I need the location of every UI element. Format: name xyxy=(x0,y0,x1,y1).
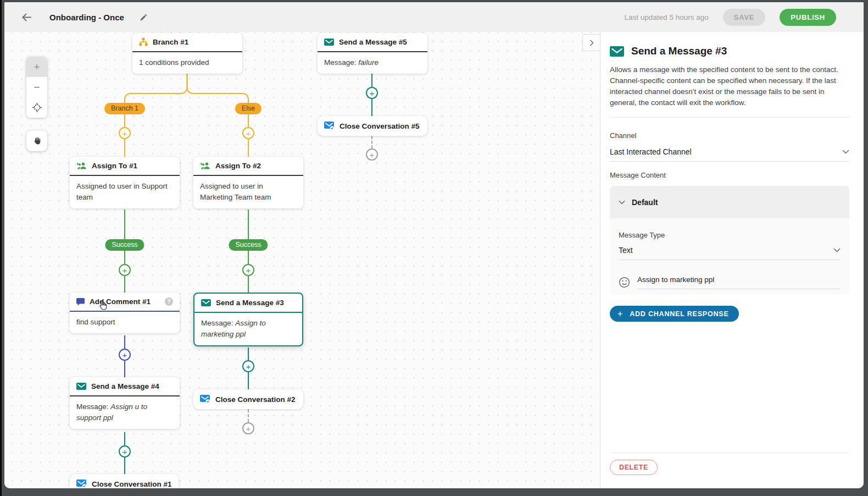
add-channel-response-button[interactable]: + ADD CHANNEL RESPONSE xyxy=(610,306,739,322)
chevron-down-icon xyxy=(833,248,841,252)
plus-icon: + xyxy=(617,309,623,319)
connector-line xyxy=(248,251,249,264)
zoom-out-button[interactable]: − xyxy=(26,77,47,97)
success-badge: Success xyxy=(105,239,144,251)
default-section-label: Default xyxy=(632,198,658,207)
add-step-button[interactable]: + xyxy=(242,422,254,434)
chevron-right-icon xyxy=(589,40,594,46)
node-add-comment-1[interactable]: Add Comment #1 ? find support xyxy=(70,293,180,333)
node-branch-1[interactable]: Branch #1 1 conditions provided xyxy=(132,33,242,74)
panel-collapse-tab[interactable] xyxy=(582,34,600,51)
divider xyxy=(610,453,849,453)
connector-line xyxy=(248,348,249,360)
node-body: find support xyxy=(70,312,180,333)
add-step-button[interactable]: + xyxy=(119,445,131,458)
workflow-canvas[interactable]: + − Branch 1 Else + xyxy=(4,32,600,488)
node-close-conversation-2[interactable]: Close Conversation #2 xyxy=(193,389,303,409)
node-title: Send a Message #4 xyxy=(91,382,159,390)
node-close-conversation-1[interactable]: Close Conversation #1 xyxy=(70,474,179,488)
node-send-message-5[interactable]: Send a Message #5 Message: failure xyxy=(318,33,427,74)
connector-line xyxy=(124,251,125,264)
node-title: Assign To #2 xyxy=(215,162,261,170)
connector-line xyxy=(248,372,249,389)
node-send-message-3[interactable]: Send a Message #3 Message: Assign to mar… xyxy=(193,293,303,346)
message-prefix: Message: xyxy=(324,58,357,67)
node-title: Close Conversation #5 xyxy=(340,122,420,130)
node-title: Assign To #1 xyxy=(92,162,137,170)
message-value: failure xyxy=(358,58,379,67)
branch-label-badge: Branch 1 xyxy=(104,103,145,114)
add-step-button[interactable]: + xyxy=(242,127,254,139)
node-title: Close Conversation #1 xyxy=(92,480,172,488)
node-body: Message: Assign to marketing ppl xyxy=(194,313,302,345)
node-body: Message: Assign u to support ppl xyxy=(70,396,180,429)
config-panel: Send a Message #3 Allows a message with … xyxy=(600,32,864,488)
plus-icon: + xyxy=(123,448,127,456)
panel-title: Send a Message #3 xyxy=(631,45,727,57)
center-view-button[interactable] xyxy=(26,97,47,118)
default-section-header[interactable]: Default xyxy=(610,186,849,218)
emoji-icon[interactable] xyxy=(619,277,630,288)
comment-icon xyxy=(76,298,85,306)
plus-icon: + xyxy=(246,129,251,137)
plus-icon: + xyxy=(246,425,251,433)
mail-icon xyxy=(324,38,334,46)
save-button[interactable]: SAVE xyxy=(723,9,766,26)
message-prefix: Message: xyxy=(76,403,109,411)
minus-icon: − xyxy=(34,81,40,93)
node-body: Message: failure xyxy=(318,52,427,74)
message-type-label: Message Type xyxy=(619,231,841,239)
pan-tool-button[interactable] xyxy=(26,130,47,151)
connector-line xyxy=(124,114,125,127)
connector-line xyxy=(248,210,249,239)
plus-icon: + xyxy=(370,151,375,159)
connector-line xyxy=(124,361,125,377)
add-step-button[interactable]: + xyxy=(366,87,378,99)
message-content-box: Default Message Type Text Assign to mark… xyxy=(610,186,849,295)
add-step-button[interactable]: + xyxy=(119,127,131,139)
mail-icon xyxy=(201,299,211,306)
hand-icon xyxy=(32,136,42,146)
edit-title-button[interactable] xyxy=(138,12,149,23)
node-send-message-4[interactable]: Send a Message #4 Message: Assign u to s… xyxy=(70,377,180,429)
mail-check-icon xyxy=(76,480,87,488)
panel-description: Allows a message with the specified cont… xyxy=(610,64,849,108)
node-body: Assigned to user in Support team xyxy=(70,176,180,208)
connector-line xyxy=(124,210,125,239)
mail-icon xyxy=(76,383,86,390)
connector-line xyxy=(371,99,372,116)
channel-label: Channel xyxy=(610,131,849,140)
back-button[interactable] xyxy=(20,10,33,24)
connector-line xyxy=(124,335,125,349)
connector-line xyxy=(248,139,249,157)
zoom-in-button[interactable]: + xyxy=(26,57,47,77)
connector-line xyxy=(124,139,125,157)
node-body: 1 conditions provided xyxy=(132,52,242,74)
delete-button[interactable]: DELETE xyxy=(610,460,658,475)
help-icon[interactable]: ? xyxy=(165,297,173,306)
node-assign-to-2[interactable]: Assign To #2 Assigned to user in Marketi… xyxy=(193,157,303,208)
last-updated-text: Last updated 5 hours ago xyxy=(625,13,709,21)
connector-line xyxy=(248,276,249,293)
channel-select[interactable]: Last Interacted Channel xyxy=(610,147,849,162)
divider xyxy=(610,117,849,118)
node-assign-to-1[interactable]: Assign To #1 Assigned to user in Support… xyxy=(70,157,180,208)
message-text-input[interactable]: Assign to marketing ppl xyxy=(637,275,841,289)
publish-button[interactable]: PUBLISH xyxy=(780,9,836,26)
add-step-button[interactable]: + xyxy=(242,360,254,372)
add-step-button[interactable]: + xyxy=(119,264,131,276)
add-step-button[interactable]: + xyxy=(242,264,254,276)
top-bar-actions: Last updated 5 hours ago SAVE PUBLISH xyxy=(625,9,836,26)
chevron-down-icon xyxy=(842,150,849,154)
message-type-select[interactable]: Text xyxy=(619,246,841,260)
node-close-conversation-5[interactable]: Close Conversation #5 xyxy=(318,116,427,136)
add-step-button[interactable]: + xyxy=(119,349,131,361)
message-content-label: Message Content xyxy=(610,171,849,179)
add-step-button[interactable]: + xyxy=(366,148,378,161)
mail-check-icon xyxy=(324,122,335,130)
plus-icon: + xyxy=(246,266,251,274)
message-type-value: Text xyxy=(619,246,633,255)
plus-icon: + xyxy=(123,129,127,137)
connector-line xyxy=(371,73,372,87)
connector-line xyxy=(124,432,125,445)
